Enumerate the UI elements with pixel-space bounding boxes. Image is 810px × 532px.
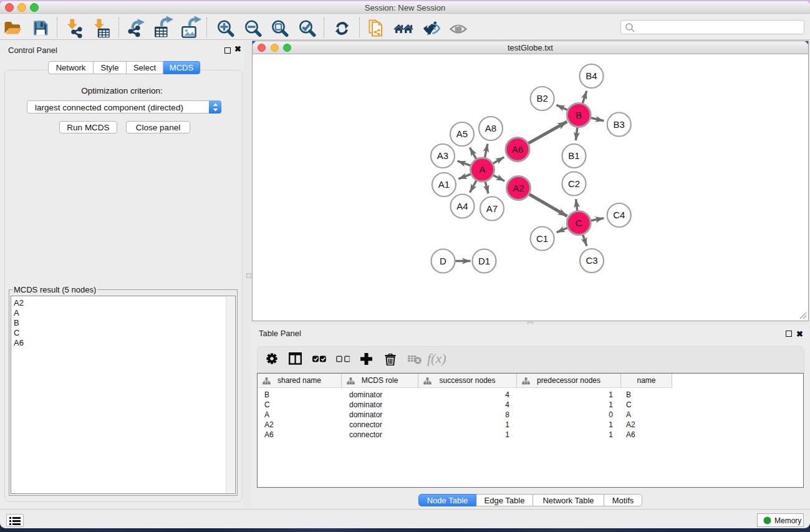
svg-text:B2: B2 [536,93,547,104]
svg-text:C1: C1 [536,233,548,244]
svg-text:A2: A2 [513,183,524,193]
svg-text:A3: A3 [437,150,448,161]
svg-text:D: D [440,256,446,266]
svg-text:C2: C2 [568,178,580,189]
svg-text:A: A [479,164,485,175]
svg-text:A5: A5 [456,128,468,139]
svg-text:C: C [576,218,582,228]
svg-text:B3: B3 [614,119,625,130]
svg-text:A1: A1 [438,179,450,190]
svg-text:C3: C3 [586,255,597,266]
svg-text:B1: B1 [568,150,579,161]
svg-text:D1: D1 [478,256,490,266]
svg-text:A7: A7 [486,203,498,214]
svg-text:C4: C4 [613,210,625,220]
svg-text:B: B [576,110,582,120]
svg-text:A4: A4 [456,201,468,211]
svg-text:A6: A6 [512,144,523,155]
svg-text:B4: B4 [586,70,597,81]
svg-text:A8: A8 [485,123,496,133]
